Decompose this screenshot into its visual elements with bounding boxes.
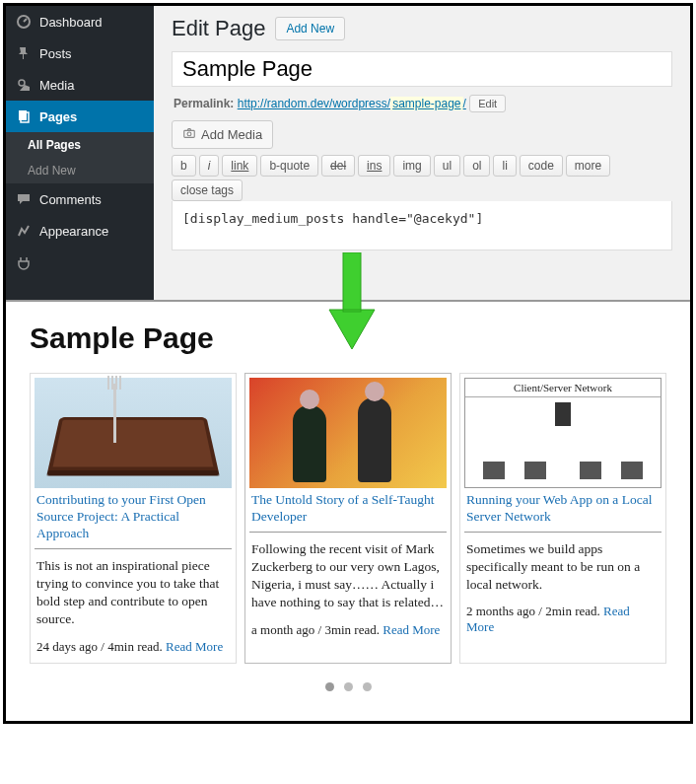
add-media-label: Add Media (201, 127, 262, 142)
page-header: Edit Page Add New (172, 16, 672, 41)
sidebar-label: Media (39, 78, 74, 93)
pin-icon (16, 45, 32, 61)
thumbnail-caption: Client/Server Network (465, 379, 661, 397)
read-more-link[interactable]: Read More (166, 639, 223, 654)
permalink-edit-button[interactable]: Edit (469, 95, 506, 112)
add-new-button[interactable]: Add New (275, 17, 345, 40)
sidebar-label: Comments (39, 192, 102, 207)
svg-rect-6 (343, 252, 361, 312)
appearance-icon (16, 223, 32, 239)
media-icon (16, 77, 32, 93)
quicktag-link[interactable]: link (222, 155, 257, 177)
carousel-dot[interactable] (325, 682, 334, 691)
post-title-link[interactable]: Running your Web App on a Local Server N… (466, 492, 652, 524)
post-meta: 2 months ago / 2min read. Read More (464, 604, 661, 639)
svg-point-5 (187, 132, 191, 136)
quicktags-toolbar: b i link b-quote del ins img ul ol li co… (172, 155, 672, 201)
pages-icon (16, 108, 32, 124)
quicktag-code[interactable]: code (520, 155, 563, 177)
sidebar-label: Posts (39, 46, 72, 61)
posts-carousel: Contributing to your First Open Source P… (30, 373, 666, 664)
arrow-down-icon (321, 252, 381, 361)
frontend-preview: Sample Page Contributing to your First O… (6, 302, 690, 721)
sidebar-subitem-addnew[interactable]: Add New (6, 158, 154, 183)
sidebar-item-posts[interactable]: Posts (6, 37, 154, 69)
dashboard-icon (16, 14, 32, 30)
post-title: The Untold Story of a Self-Taught Develo… (249, 488, 447, 533)
sidebar-label: Dashboard (39, 15, 103, 30)
post-title: Running your Web App on a Local Server N… (464, 488, 661, 533)
sidebar-item-appearance[interactable]: Appearance (6, 215, 154, 247)
camera-icon (182, 126, 196, 143)
quicktag-i[interactable]: i (199, 155, 220, 177)
carousel-dot[interactable] (363, 682, 372, 691)
add-media-button[interactable]: Add Media (172, 120, 273, 149)
sidebar-item-pages[interactable]: Pages (6, 101, 154, 132)
post-title-link[interactable]: Contributing to your First Open Source P… (36, 492, 206, 540)
post-card: Client/Server Network Running your Web A… (459, 373, 666, 664)
composite-screenshot: Dashboard Posts Media Pages All Pages Ad… (3, 3, 693, 724)
admin-sidebar: Dashboard Posts Media Pages All Pages Ad… (6, 6, 154, 300)
post-title: Contributing to your First Open Source P… (35, 488, 232, 549)
sidebar-item-comments[interactable]: Comments (6, 183, 154, 215)
quicktag-li[interactable]: li (493, 155, 516, 177)
page-heading: Edit Page (172, 16, 265, 41)
quicktag-close[interactable]: close tags (172, 179, 243, 201)
permalink-row: Permalink: http://random.dev/wordpress/s… (172, 87, 672, 120)
post-title-link[interactable]: The Untold Story of a Self-Taught Develo… (251, 492, 434, 524)
post-meta: a month ago / 3min read. Read More (249, 622, 447, 642)
post-excerpt: Following the recent visit of Mark Zucke… (249, 540, 447, 612)
carousel-dots (30, 664, 666, 701)
quicktag-more[interactable]: more (566, 155, 610, 177)
content-editor[interactable]: [display_medium_posts handle="@acekyd"] (172, 201, 672, 250)
post-thumbnail (35, 378, 232, 488)
quicktag-bquote[interactable]: b-quote (260, 155, 318, 177)
read-more-link[interactable]: Read More (383, 622, 440, 637)
plugins-icon (16, 254, 32, 270)
post-thumbnail (249, 378, 447, 488)
svg-marker-7 (329, 310, 375, 349)
permalink-label: Permalink: (174, 97, 234, 110)
admin-main: Edit Page Add New Permalink: http://rand… (154, 6, 690, 300)
sidebar-subitem-allpages[interactable]: All Pages (6, 132, 154, 158)
quicktag-ins[interactable]: ins (358, 155, 390, 177)
post-card: The Untold Story of a Self-Taught Develo… (244, 373, 452, 664)
quicktag-del[interactable]: del (321, 155, 355, 177)
post-card: Contributing to your First Open Source P… (30, 373, 237, 664)
sidebar-item-dashboard[interactable]: Dashboard (6, 6, 154, 37)
sidebar-item-media[interactable]: Media (6, 69, 154, 101)
carousel-dot[interactable] (344, 682, 353, 691)
post-thumbnail: Client/Server Network (464, 378, 661, 488)
post-title-input[interactable] (172, 51, 672, 87)
sidebar-item-truncated[interactable] (6, 247, 154, 272)
sidebar-label: Appearance (39, 224, 108, 239)
sidebar-label: Pages (39, 109, 77, 124)
quicktag-ul[interactable]: ul (434, 155, 460, 177)
comments-icon (16, 191, 32, 207)
quicktag-ol[interactable]: ol (463, 155, 490, 177)
svg-point-1 (19, 80, 25, 86)
quicktag-b[interactable]: b (172, 155, 196, 177)
post-excerpt: Sometimes we build apps specifically mea… (464, 540, 661, 595)
permalink-slug: sample-page (390, 97, 462, 110)
quicktag-img[interactable]: img (393, 155, 430, 177)
post-meta: 24 days ago / 4min read. Read More (35, 639, 232, 659)
permalink-link[interactable]: http://random.dev/wordpress/sample-page/ (238, 97, 466, 110)
post-excerpt: This is not an inspirational piece tryin… (35, 557, 232, 629)
